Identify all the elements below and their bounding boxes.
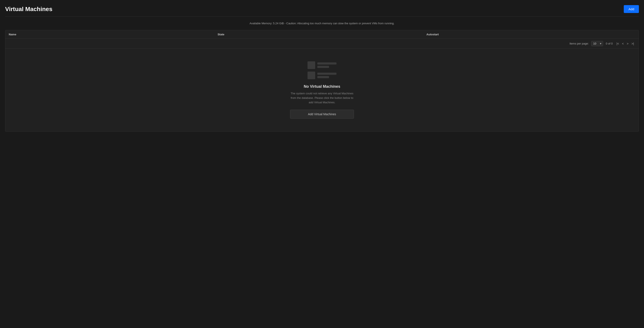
add-virtual-machines-button[interactable]: Add Virtual Machines (290, 110, 354, 119)
column-autostart: Autostart (426, 33, 635, 36)
pagination-next-button[interactable]: > (626, 41, 630, 46)
items-per-page-label: Items per page: (570, 42, 589, 45)
table-header: Name State Autostart (5, 30, 639, 39)
memory-warning: Available Memory: 5.24 GiB - Caution: Al… (5, 20, 639, 26)
placeholder-row-2 (308, 72, 336, 79)
items-per-page-select[interactable]: 10 25 50 100 (591, 41, 603, 46)
add-button[interactable]: Add (624, 5, 639, 13)
page-title: Virtual Machines (5, 6, 52, 12)
column-name: Name (9, 33, 218, 36)
pagination-nav: |< < > >| (615, 41, 635, 46)
pagination-first-button[interactable]: |< (615, 41, 620, 46)
empty-illustration (308, 61, 336, 79)
placeholder-square-1 (308, 61, 315, 69)
column-state: State (218, 33, 426, 36)
placeholder-row-1 (308, 61, 336, 69)
placeholder-lines-1 (317, 62, 336, 68)
pagination-count: 0 of 0 (606, 42, 613, 45)
table-container: Name State Autostart Items per page: 10 … (5, 30, 639, 132)
placeholder-line-long-1 (317, 62, 336, 64)
placeholder-line-short-1 (317, 66, 329, 68)
pagination-prev-button[interactable]: < (621, 41, 625, 46)
placeholder-line-short-2 (317, 76, 329, 78)
placeholder-square-2 (308, 72, 315, 79)
items-per-page-wrapper: 10 25 50 100 ▼ (591, 41, 603, 46)
pagination-last-button[interactable]: >| (630, 41, 635, 46)
empty-state: No Virtual Machines The system could not… (5, 48, 639, 132)
page-container: Virtual Machines Add Available Memory: 5… (0, 0, 644, 137)
empty-state-title: No Virtual Machines (304, 84, 340, 89)
placeholder-lines-2 (317, 73, 336, 78)
pagination-bar: Items per page: 10 25 50 100 ▼ 0 of 0 |<… (5, 39, 639, 48)
empty-state-description: The system could not retrieve any Virtua… (290, 91, 354, 104)
header: Virtual Machines Add (5, 5, 639, 16)
placeholder-line-long-2 (317, 73, 336, 75)
